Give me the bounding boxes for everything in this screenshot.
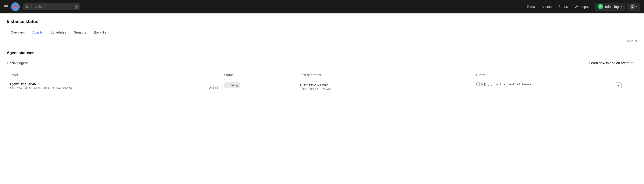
user-chevron-icon: ▾ <box>636 5 638 8</box>
refresh-timer: 0:12 <box>628 39 633 43</box>
expand-button[interactable]: ▾ <box>615 83 622 89</box>
heartbeat-relative: a few seconds ago <box>300 83 470 86</box>
topnav: 🐙 / Runs Assets Status Workspace R relea… <box>0 0 644 13</box>
section-title: Agent statuses <box>7 51 637 55</box>
agent-version: v0.14.1 <box>209 86 218 89</box>
agent-count: 1 active agent <box>7 61 28 65</box>
hamburger-menu[interactable] <box>4 5 8 8</box>
topnav-left: 🐙 / <box>4 2 523 11</box>
agent-heartbeat-cell: a few seconds ago Feb 21, 9:14:51 PM CST <box>297 79 473 94</box>
svg-point-0 <box>26 5 28 8</box>
topnav-center: Runs Assets Status Workspace <box>527 5 591 9</box>
agent-errors-cell: ! 0 Errors in the last 24 hours <box>473 79 612 94</box>
error-info-icon: ! <box>476 83 480 86</box>
page-title: Instance status <box>7 19 637 24</box>
errors-period: in the last 24 hours <box>494 83 532 86</box>
svg-line-2 <box>632 62 634 64</box>
search-input[interactable] <box>30 5 73 9</box>
col-header-heartbeat: Last heartbeat <box>297 71 473 79</box>
svg-line-1 <box>28 7 28 8</box>
agent-label-cell: Agent fbc6a245 fbc6a245-d7f0-417e-80c4-7… <box>7 79 221 94</box>
chevron-down-icon: ▾ <box>621 5 622 8</box>
agent-count-row: 1 active agent Learn how to add an agent <box>7 59 637 67</box>
agent-id: fbc6a245-d7f0-417e-80c4-7f6047acbee6 <box>10 87 72 90</box>
error-count: 0 Errors <box>481 83 492 86</box>
col-header-status: Status <box>221 71 297 79</box>
tabs: Overview Agents Schedules Sensors Backfi… <box>7 28 637 37</box>
workspace-avatar: R <box>598 4 603 9</box>
external-link-icon <box>631 62 634 64</box>
col-header-errors: Errors <box>473 71 612 79</box>
releasing-label: releasing <box>605 5 619 9</box>
tab-sensors[interactable]: Sensors <box>70 28 90 37</box>
refresh-icon[interactable]: ↻ <box>634 39 637 43</box>
nav-runs[interactable]: Runs <box>527 5 535 9</box>
agent-expand-cell: ▾ <box>612 79 637 94</box>
status-badge: Running <box>224 83 240 88</box>
workspace-selector[interactable]: R releasing ▾ <box>595 3 625 11</box>
main-content: Instance status Overview Agents Schedule… <box>0 13 644 184</box>
nav-workspace[interactable]: Workspace <box>574 5 591 9</box>
refresh-bar: 0:12 ↻ <box>0 37 644 45</box>
search-icon <box>25 5 28 8</box>
nav-assets[interactable]: Assets <box>542 5 552 9</box>
tab-agents[interactable]: Agents <box>28 28 47 37</box>
table-row: Agent fbc6a245 fbc6a245-d7f0-417e-80c4-7… <box>7 79 637 94</box>
tab-backfills[interactable]: Backfills <box>90 28 110 37</box>
learn-add-agent-button[interactable]: Learn how to add an agent <box>586 59 637 67</box>
nav-status[interactable]: Status <box>558 5 568 9</box>
topnav-right: R releasing ▾ D ▾ <box>595 3 640 11</box>
agent-label: Agent fbc6a245 <box>10 83 218 86</box>
search-box[interactable]: / <box>22 3 80 10</box>
errors-container: ! 0 Errors in the last 24 hours <box>476 83 609 86</box>
user-menu[interactable]: D ▾ <box>627 3 640 11</box>
agent-status-cell: Running <box>221 79 297 94</box>
user-avatar: D <box>630 4 635 9</box>
search-shortcut: / <box>75 5 78 9</box>
agents-table: Label Status Last heartbeat Errors Agent… <box>7 71 637 94</box>
tab-schedules[interactable]: Schedules <box>47 28 70 37</box>
heartbeat-absolute: Feb 21, 9:14:51 PM CST <box>300 87 470 91</box>
page-header: Instance status Overview Agents Schedule… <box>0 13 644 37</box>
col-header-label: Label <box>7 71 221 79</box>
table-header-row: Label Status Last heartbeat Errors <box>7 71 637 79</box>
tab-overview[interactable]: Overview <box>7 28 28 37</box>
col-header-expand <box>612 71 637 79</box>
learn-add-agent-label: Learn how to add an agent <box>589 61 629 65</box>
errors-badge: ! 0 Errors <box>476 83 492 86</box>
agents-section: Agent statuses 1 active agent Learn how … <box>0 45 644 100</box>
app-logo: 🐙 <box>11 2 20 11</box>
